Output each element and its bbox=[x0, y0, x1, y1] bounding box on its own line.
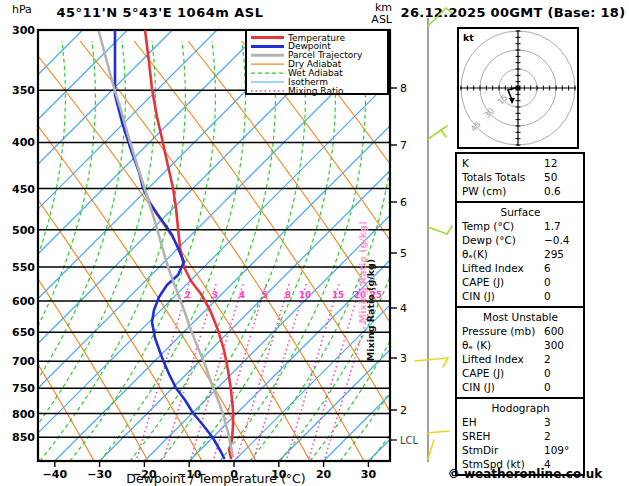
stats-row: CIN (J)0 bbox=[462, 289, 579, 303]
stats-row: Dewp (°C)−0.4 bbox=[462, 233, 579, 247]
stats-section: HodographEH3SREH2StmDir109°StmSpd (kt)4 bbox=[455, 397, 585, 476]
stats-section-title: Most Unstable bbox=[462, 310, 579, 324]
stats-label: SREH bbox=[462, 429, 544, 443]
stats-label: K bbox=[462, 156, 544, 170]
stats-row: Totals Totals50 bbox=[462, 170, 579, 184]
stats-row: K12 bbox=[462, 156, 579, 170]
stats-row: SREH2 bbox=[462, 429, 579, 443]
stats-label: CAPE (J) bbox=[462, 275, 544, 289]
stats-value: 2 bbox=[544, 429, 579, 443]
stats-label: Lifted Index bbox=[462, 261, 544, 275]
stats-value: −0.4 bbox=[544, 233, 579, 247]
stats-row: θₑ(K)295 bbox=[462, 247, 579, 261]
stats-row: θₑ (K)300 bbox=[462, 338, 579, 352]
stats-value: 0 bbox=[544, 289, 579, 303]
stats-value: 6 bbox=[544, 261, 579, 275]
stats-value: 1.7 bbox=[544, 219, 579, 233]
stats-value: 12 bbox=[544, 156, 579, 170]
stats-row: CAPE (J)0 bbox=[462, 366, 579, 380]
stats-value: 2 bbox=[544, 352, 579, 366]
stats-section: SurfaceTemp (°C)1.7Dewp (°C)−0.4θₑ(K)295… bbox=[455, 201, 585, 308]
hodograph-body: 153045 bbox=[458, 28, 578, 148]
stats-label: Totals Totals bbox=[462, 170, 544, 184]
skewt-app: hPa 45°11'N 5°43'E 1064m ASL 26.12.2025 … bbox=[0, 0, 629, 486]
stats-label: θₑ (K) bbox=[462, 338, 544, 352]
stats-row: StmDir109° bbox=[462, 443, 579, 457]
stats-label: CIN (J) bbox=[462, 289, 544, 303]
stats-row: Pressure (mb)600 bbox=[462, 324, 579, 338]
stats-row: CIN (J)0 bbox=[462, 380, 579, 394]
stats-row: PW (cm)0.6 bbox=[462, 184, 579, 198]
stats-value: 109° bbox=[544, 443, 579, 457]
stats-label: StmDir bbox=[462, 443, 544, 457]
stats-section: K12Totals Totals50PW (cm)0.6 bbox=[455, 152, 585, 203]
stats-row: EH3 bbox=[462, 415, 579, 429]
stats-value: 50 bbox=[544, 170, 579, 184]
stats-label: θₑ(K) bbox=[462, 247, 544, 261]
stats-label: CAPE (J) bbox=[462, 366, 544, 380]
stats-value: 0 bbox=[544, 366, 579, 380]
stats-value: 300 bbox=[544, 338, 579, 352]
stats-label: Dewp (°C) bbox=[462, 233, 544, 247]
stats-label: CIN (J) bbox=[462, 380, 544, 394]
stats-section-title: Hodograph bbox=[462, 401, 579, 415]
stats-row: CAPE (J)0 bbox=[462, 275, 579, 289]
stats-row: Temp (°C)1.7 bbox=[462, 219, 579, 233]
stats-label: EH bbox=[462, 415, 544, 429]
stats-value: 600 bbox=[544, 324, 579, 338]
stats-value: 0 bbox=[544, 275, 579, 289]
stats-label: PW (cm) bbox=[462, 184, 544, 198]
stats-label: Temp (°C) bbox=[462, 219, 544, 233]
stats-label: Pressure (mb) bbox=[462, 324, 544, 338]
stats-row: Lifted Index6 bbox=[462, 261, 579, 275]
stats-value: 0.6 bbox=[544, 184, 579, 198]
stats-section-title: Surface bbox=[462, 205, 579, 219]
stats-table: K12Totals Totals50PW (cm)0.6SurfaceTemp … bbox=[455, 152, 585, 476]
hodograph-unit-label: kt bbox=[463, 32, 474, 43]
copyright: © weatheronline.co.uk bbox=[440, 467, 610, 481]
stats-section: Most UnstablePressure (mb)600θₑ (K)300Li… bbox=[455, 306, 585, 399]
stats-value: 0 bbox=[544, 380, 579, 394]
stats-label: Lifted Index bbox=[462, 352, 544, 366]
stats-value: 3 bbox=[544, 415, 579, 429]
stats-value: 295 bbox=[544, 247, 579, 261]
stats-row: Lifted Index2 bbox=[462, 352, 579, 366]
